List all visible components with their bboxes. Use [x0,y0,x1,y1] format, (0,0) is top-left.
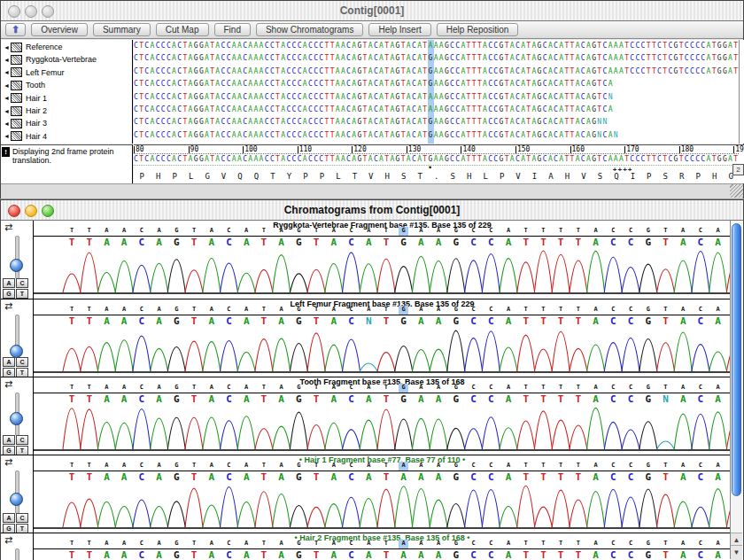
sequence-row[interactable]: CTCACCCACTAGGATACCAACAAACCTACCCACCCTTAAC… [134,66,739,78]
trace-peak [534,411,552,449]
base-button-C[interactable]: C [16,435,28,445]
scale-slider-thumb[interactable] [10,493,23,506]
pan-arrows-icon[interactable]: ⇄ [4,534,12,546]
base-char: G [592,40,596,52]
fragment-name-row[interactable]: ◄Hair 2 [1,105,132,117]
trace-peak [587,491,605,527]
base-char: A [417,52,422,65]
fragment-name-row[interactable]: ◄Ryggkota-Vertebrae [1,53,132,66]
sequence-row[interactable]: CTCACCCACTAGGATACCAACAAACCTACCCACCCTTAAC… [134,129,739,142]
pan-arrows-icon[interactable]: ⇄ [4,378,12,390]
ruler-tick-label: 180 [681,145,694,153]
vertical-scrollbar[interactable]: ▲ ▼ [730,221,742,559]
scale-slider-track[interactable] [15,236,19,279]
scale-slider-thumb[interactable] [10,259,23,272]
base-char: T [363,78,368,90]
base-button-T[interactable]: T [16,289,28,299]
pan-arrows-icon[interactable]: ⇄ [4,222,12,233]
trace-peak [273,255,291,292]
base-char: A [576,129,580,142]
trace-peak [587,251,605,292]
base-char: C [161,52,166,65]
fragment-name-row[interactable]: ◄Reference [1,41,132,53]
consensus-base-char: C [144,154,149,164]
edited-call-char: A [418,549,424,560]
consensus-base-char: C [243,154,247,164]
trace-peak [343,497,360,527]
trace-peak [185,341,203,371]
toolbar-button-show-chromatograms[interactable]: Show Chromatograms [256,23,363,36]
trace-peak [622,497,639,527]
base-char: A [352,52,356,65]
base-button-A[interactable]: A [3,278,15,288]
fragment-name-row[interactable]: ◄Hair 3 [1,117,132,129]
toolbar-button-help-insert[interactable]: Help Insert [368,23,430,36]
sequence-row[interactable]: CTCACCCACTAGGATACCAACAAACCTACCCACCCTTAAC… [134,40,739,52]
toolbar-button-find[interactable]: Find [214,23,251,36]
resize-handle[interactable] [730,184,743,198]
base-char: T [363,129,368,142]
back-arrow-button[interactable]: ⬆ [5,23,26,36]
scroll-down-arrow[interactable]: ▼ [731,545,742,560]
base-char: A [215,129,220,142]
trace-peak [430,419,447,449]
original-call-char: A [210,462,213,469]
base-button-A[interactable]: A [3,357,15,367]
base-char: C [167,66,171,78]
sequence-row[interactable]: CTCACCCACTAGGATACCAACAAACCTACCCACCCTTAAC… [134,78,739,90]
consensus-base-char: A [521,154,525,164]
fragment-name-row[interactable]: ◄Left Femur [1,66,132,79]
toolbar-button-summary[interactable]: Summary [93,23,151,36]
base-char: A [548,66,553,78]
pan-arrows-icon[interactable]: ⇄ [4,456,12,468]
original-call-char: T [577,306,580,313]
contig-titlebar[interactable]: Contig[0001] [1,1,743,21]
base-char: C [603,104,608,116]
sequence-row[interactable]: CTCACCCACTAGGATACCAACAAACCTACCCACCCTTAAC… [134,116,739,128]
base-button-A[interactable]: A [3,435,15,445]
consensus-base-char: G [592,154,596,164]
scrollbar-thumb[interactable] [732,223,741,496]
scale-slider-track[interactable] [15,548,19,560]
base-button-C[interactable]: C [16,513,28,523]
fragment-name-row[interactable]: ◄Hair 1 [1,92,132,105]
base-char: G [500,129,504,142]
base-char: T [182,91,187,104]
base-char: G [445,78,449,90]
base-char: T [384,40,389,52]
toolbar-button-help-reposition[interactable]: Help Reposition [437,23,519,36]
base-button-G[interactable]: G [3,289,15,299]
base-char: C [144,66,149,78]
base-char: A [341,104,345,116]
chromatograms-titlebar[interactable]: Chromatograms from Contig[0001] [1,200,743,221]
fragment-name-row[interactable]: ◄Hair 4 [1,130,132,143]
edited-call-char: T [86,549,92,560]
original-call-char: A [437,384,440,391]
base-char: T [477,52,482,65]
base-button-A[interactable]: A [3,513,15,523]
base-button-C[interactable]: C [16,278,28,288]
pan-arrows-icon[interactable]: ⇄ [4,300,12,312]
scale-slider-thumb[interactable] [10,412,23,425]
fragment-name-label: Hair 4 [26,132,47,141]
alignment-pane[interactable]: CTCACCCACTAGGATACCAACAAACCTACCCACCCTTAAC… [134,40,739,144]
sequence-row[interactable]: CTCACCCACTAGGATACCAACAAACCTACCCACCCTTAAC… [134,104,739,116]
sequence-row[interactable]: CTCACCCACTAGGATACCAACAAACCTACCCACCCTTAAC… [134,52,739,65]
original-call-char: T [192,227,196,234]
base-char: N [608,91,613,104]
base-char: T [139,40,143,52]
base-char: A [417,40,422,52]
sequence-row[interactable]: CTCACCCACTAGGATACCAACAAACCTACCCACCCTTAAC… [134,91,739,104]
base-char: A [521,52,525,65]
fragment-name-row[interactable]: ◄Tooth [1,79,132,91]
base-char: T [472,116,477,128]
scale-slider-thumb[interactable] [10,345,23,358]
base-char: T [505,52,509,65]
trace-peak [500,428,517,449]
original-call-char: T [384,306,388,313]
consensus-base-char: A [531,154,536,164]
consensus-sequence-row[interactable]: CTCACCCACTAGGATACCAACAAACCTACCCACCCTTAAC… [134,154,739,164]
toolbar-button-overview[interactable]: Overview [31,23,88,36]
base-button-C[interactable]: C [16,357,28,367]
toolbar-button-cut-map[interactable]: Cut Map [156,23,209,36]
